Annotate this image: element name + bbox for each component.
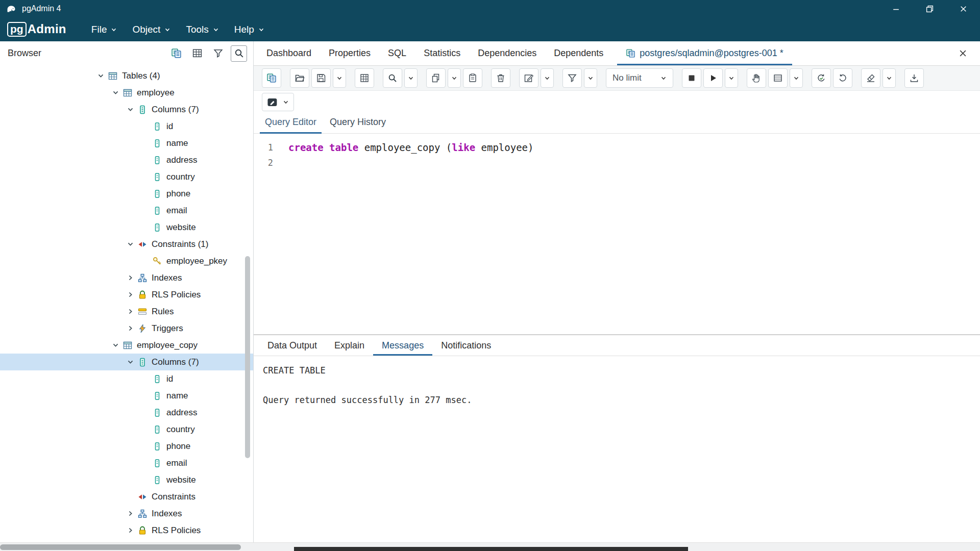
tree-item-columns-7[interactable]: Columns (7) xyxy=(0,354,253,370)
tree-item-address[interactable]: address xyxy=(0,404,253,421)
download-results-button[interactable] xyxy=(904,68,924,88)
tree-item-employee-pkey[interactable]: employee_pkey xyxy=(0,253,253,269)
tab-statistics[interactable]: Statistics xyxy=(415,41,469,65)
query-tool-button[interactable] xyxy=(168,45,184,62)
execute-options-button[interactable] xyxy=(725,68,738,88)
tree-item-indexes[interactable]: Indexes xyxy=(0,269,253,286)
tab-query-history[interactable]: Query History xyxy=(325,117,391,133)
tree-item-constraints[interactable]: Constraints xyxy=(0,488,253,505)
copy-button[interactable] xyxy=(426,68,446,88)
tab-explain[interactable]: Explain xyxy=(326,335,373,356)
tree-item-email[interactable]: email xyxy=(0,455,253,471)
tree-item-indexes[interactable]: Indexes xyxy=(0,505,253,522)
tree-horizontal-scrollbar-thumb[interactable] xyxy=(0,544,241,550)
query-editor[interactable]: 12 create table employee_copy (like empl… xyxy=(254,134,980,334)
find-button[interactable] xyxy=(383,68,402,88)
tab-properties[interactable]: Properties xyxy=(320,41,379,65)
chevron-down-icon[interactable] xyxy=(109,84,122,101)
menu-help[interactable]: Help xyxy=(227,19,272,40)
bottom-scrollbar-thumb[interactable] xyxy=(294,547,688,551)
save-file-button[interactable] xyxy=(311,68,331,88)
edit-options-button[interactable] xyxy=(541,68,554,88)
tree-item-phone[interactable]: phone xyxy=(0,438,253,455)
explain-analyze-button[interactable] xyxy=(768,68,788,88)
horizontal-scrollbar[interactable] xyxy=(0,542,980,551)
chevron-right-icon[interactable] xyxy=(124,286,137,303)
find-options-button[interactable] xyxy=(404,68,418,88)
scrollbar-thumb[interactable] xyxy=(245,256,250,458)
menu-tools[interactable]: Tools xyxy=(178,19,226,40)
menu-object[interactable]: Object xyxy=(125,19,178,40)
tree-item-website[interactable]: website xyxy=(0,471,253,488)
tree-item-phone[interactable]: phone xyxy=(0,185,253,202)
tab-dashboard[interactable]: Dashboard xyxy=(258,41,320,65)
edit-button[interactable] xyxy=(519,68,538,88)
tree-item-employee-copy[interactable]: employee_copy xyxy=(0,337,253,354)
chevron-down-icon[interactable] xyxy=(124,236,137,253)
tab-dependencies[interactable]: Dependencies xyxy=(469,41,545,65)
clear-options-button[interactable] xyxy=(883,68,896,88)
chevron-right-icon[interactable] xyxy=(124,505,137,522)
row-limit-select[interactable]: No limit xyxy=(606,68,673,88)
chevron-right-icon[interactable] xyxy=(124,303,137,320)
search-objects-button[interactable] xyxy=(231,45,247,62)
chevron-right-icon[interactable] xyxy=(124,269,137,286)
tree-vertical-scrollbar[interactable] xyxy=(244,65,251,542)
macros-button[interactable] xyxy=(355,68,374,88)
tree-item-id[interactable]: id xyxy=(0,370,253,387)
chevron-down-icon[interactable] xyxy=(109,337,122,354)
tab-dependents[interactable]: Dependents xyxy=(545,41,612,65)
tree-item-rls-policies[interactable]: RLS Policies xyxy=(0,522,253,539)
tree-item-triggers[interactable]: Triggers xyxy=(0,320,253,337)
tab-notifications[interactable]: Notifications xyxy=(432,335,500,356)
tab-postgres-sqladmin-postgres-001[interactable]: postgres/sqladmin@postgres-001 * xyxy=(617,41,792,65)
open-file-button[interactable] xyxy=(290,68,309,88)
filter-rows-button[interactable] xyxy=(210,45,226,62)
commit-button[interactable] xyxy=(812,68,831,88)
filter-button[interactable] xyxy=(562,68,582,88)
explain-button[interactable] xyxy=(747,68,766,88)
chevron-right-icon[interactable] xyxy=(124,522,137,539)
copy-options-button[interactable] xyxy=(448,68,461,88)
explain-options-button[interactable] xyxy=(790,68,803,88)
chevron-down-icon[interactable] xyxy=(124,354,137,370)
minimize-button[interactable] xyxy=(879,0,913,17)
tab-messages[interactable]: Messages xyxy=(373,335,432,356)
tab-sql[interactable]: SQL xyxy=(379,41,415,65)
delete-button[interactable] xyxy=(491,68,510,88)
code-area[interactable]: create table employee_copy (like employe… xyxy=(279,134,980,334)
chevron-down-icon[interactable] xyxy=(124,101,137,118)
tree-item-country[interactable]: country xyxy=(0,421,253,438)
chevron-right-icon[interactable] xyxy=(124,320,137,337)
tree-item-name[interactable]: name xyxy=(0,387,253,404)
filter-options-button[interactable] xyxy=(584,68,597,88)
tree-item-constraints-1[interactable]: Constraints (1) xyxy=(0,236,253,253)
tree-item-columns-7[interactable]: Columns (7) xyxy=(0,101,253,118)
chevron-down-icon[interactable] xyxy=(94,67,107,84)
tree-item-rls-policies[interactable]: RLS Policies xyxy=(0,286,253,303)
connection-select-button[interactable] xyxy=(262,93,294,111)
paste-button[interactable] xyxy=(463,68,482,88)
tree-item-email[interactable]: email xyxy=(0,202,253,219)
execute-query-button[interactable] xyxy=(703,68,723,88)
tab-data-output[interactable]: Data Output xyxy=(259,335,326,356)
tree-item-address[interactable]: address xyxy=(0,152,253,168)
tree-item-country[interactable]: country xyxy=(0,168,253,185)
rollback-button[interactable] xyxy=(833,68,852,88)
tab-query-editor[interactable]: Query Editor xyxy=(260,117,322,133)
cancel-query-button[interactable] xyxy=(682,68,701,88)
restore-button[interactable] xyxy=(913,0,946,17)
save-options-button[interactable] xyxy=(333,68,346,88)
tree-item-website[interactable]: website xyxy=(0,219,253,236)
close-tab-button[interactable] xyxy=(955,46,970,61)
tree-item-tables-4[interactable]: Tables (4) xyxy=(0,67,253,84)
tree-item-id[interactable]: id xyxy=(0,118,253,135)
tree-item-name[interactable]: name xyxy=(0,135,253,152)
clear-button[interactable] xyxy=(861,68,880,88)
tree-item-employee[interactable]: employee xyxy=(0,84,253,101)
query-tool-button[interactable] xyxy=(262,68,281,88)
view-data-button[interactable] xyxy=(189,45,205,62)
tree-item-rules[interactable]: Rules xyxy=(0,303,253,320)
close-button[interactable] xyxy=(946,0,980,17)
menu-file[interactable]: File xyxy=(84,19,125,40)
